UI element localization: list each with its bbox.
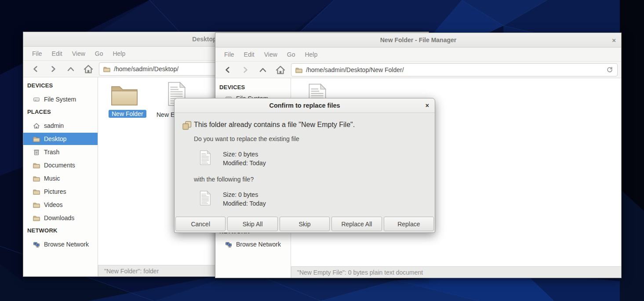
drive-icon	[33, 96, 40, 103]
sidebar-item-label: Pictures	[44, 188, 66, 195]
sidebar-item-file-system[interactable]: File System	[23, 93, 98, 105]
new-file-modified: Modified: Today	[223, 199, 266, 208]
status-text: "New Folder": folder	[104, 268, 159, 275]
dialog-prompt2: with the following file?	[194, 176, 254, 183]
menu-help[interactable]: Help	[300, 51, 322, 58]
network-icon	[33, 241, 40, 248]
folder-icon	[33, 201, 40, 208]
menu-go[interactable]: Go	[90, 50, 108, 57]
cancel-button[interactable]: Cancel	[175, 217, 226, 231]
dialog-confirm-replace: Confirm to replace files × This folder a…	[174, 98, 435, 233]
sidebar-item-label: Trash	[44, 149, 59, 156]
menu-help[interactable]: Help	[108, 50, 130, 57]
sidebar-item-documents[interactable]: Documents	[23, 159, 98, 171]
replace-all-button[interactable]: Replace All	[331, 217, 382, 231]
dialog-question: Do you want to replace the existing file	[194, 135, 299, 142]
chevron-right-icon	[50, 65, 57, 73]
forward-button[interactable]	[236, 63, 254, 76]
sidebar-item-sadmin[interactable]: sadmin	[23, 120, 98, 132]
reload-icon[interactable]	[606, 66, 613, 73]
sidebar: DEVICES File System PLACES sadmin Deskto…	[23, 77, 98, 276]
menu-view[interactable]: View	[259, 51, 282, 58]
sidebar-item-label: Videos	[44, 201, 63, 208]
chevron-up-icon	[67, 65, 75, 73]
sidebar-header-places: PLACES	[27, 107, 51, 116]
back-button[interactable]	[27, 62, 44, 76]
sidebar-header-devices: DEVICES	[27, 81, 53, 90]
menubar: File Edit View Go Help	[215, 47, 621, 62]
dialog-button-row: Cancel Skip All Skip Replace All Replace	[175, 217, 434, 231]
new-file-size: Size: 0 bytes	[223, 190, 266, 199]
sidebar-item-label: sadmin	[44, 122, 64, 129]
folder-icon	[103, 65, 110, 73]
up-button[interactable]	[254, 63, 272, 76]
folder-icon	[33, 162, 40, 169]
dialog-titlebar[interactable]: Confirm to replace files ×	[175, 98, 435, 113]
home-button[interactable]	[80, 62, 97, 76]
sidebar-item-label: Downloads	[44, 214, 74, 221]
home-icon	[33, 122, 40, 129]
chevron-left-icon	[224, 66, 231, 73]
sidebar-item-videos[interactable]: Videos	[23, 199, 98, 211]
menu-edit[interactable]: Edit	[239, 51, 259, 58]
up-button[interactable]	[62, 62, 80, 76]
menu-edit[interactable]: Edit	[47, 50, 67, 57]
status-text: "New Empty File": 0 bytes plain text doc…	[297, 269, 423, 276]
chevron-left-icon	[32, 65, 39, 73]
chevron-right-icon	[242, 66, 249, 73]
chevron-up-icon	[259, 66, 267, 73]
path-text: /home/sadmin/Desktop/New Folder/	[306, 66, 603, 73]
replace-button[interactable]: Replace	[384, 217, 434, 231]
sidebar-item-desktop[interactable]: Desktop	[23, 133, 98, 145]
skip-button[interactable]: Skip	[280, 217, 330, 231]
sidebar-item-label: Documents	[44, 162, 75, 169]
new-file-icon	[200, 191, 211, 206]
dialog-message: This folder already contains a file "New…	[194, 121, 355, 129]
existing-file-icon	[200, 150, 211, 165]
existing-file-modified: Modified: Today	[223, 159, 266, 167]
file-label-new-folder[interactable]: New Folder	[109, 110, 146, 118]
folder-icon	[295, 66, 302, 73]
skip-all-button[interactable]: Skip All	[227, 217, 277, 231]
sidebar-item-browse-network[interactable]: Browse Network	[23, 238, 98, 250]
dialog-title: Confirm to replace files	[269, 102, 340, 109]
sidebar-item-pictures[interactable]: Pictures	[23, 185, 98, 198]
menu-view[interactable]: View	[67, 50, 90, 57]
sidebar-item-label: Desktop	[44, 135, 66, 142]
home-icon	[84, 64, 93, 74]
sidebar-item-browse-network[interactable]: Browse Network	[215, 238, 291, 250]
copy-files-icon	[182, 121, 192, 131]
folder-icon	[33, 135, 40, 142]
sidebar-item-trash[interactable]: Trash	[23, 146, 98, 158]
folder-icon	[33, 188, 40, 195]
network-icon	[225, 241, 232, 248]
window-title: New Folder - File Manager	[380, 36, 456, 44]
sidebar-item-label: Browse Network	[236, 241, 281, 248]
home-button[interactable]	[272, 63, 289, 76]
sidebar-item-label: File System	[44, 96, 76, 103]
close-icon[interactable]: ×	[426, 102, 429, 109]
menu-file[interactable]: File	[27, 50, 47, 57]
menu-file[interactable]: File	[219, 51, 239, 58]
menu-go[interactable]: Go	[282, 51, 300, 58]
sidebar-header-network: NETWORK	[27, 226, 58, 235]
trash-icon	[33, 149, 40, 156]
folder-icon	[33, 175, 40, 182]
sidebar-item-downloads[interactable]: Downloads	[23, 212, 98, 224]
sidebar-item-label: Music	[44, 175, 60, 182]
sidebar-header-devices: DEVICES	[219, 83, 245, 91]
toolbar: /home/sadmin/Desktop/New Folder/	[215, 62, 621, 78]
back-button[interactable]	[219, 63, 236, 76]
sidebar-item-music[interactable]: Music	[23, 172, 98, 185]
folder-icon	[33, 214, 40, 221]
close-icon[interactable]: ×	[612, 37, 616, 44]
file-icon-new-folder[interactable]	[110, 83, 138, 106]
existing-file-info: Size: 0 bytes Modified: Today	[223, 150, 266, 167]
existing-file-size: Size: 0 bytes	[223, 150, 266, 159]
statusbar: "New Empty File": 0 bytes plain text doc…	[291, 266, 621, 278]
path-bar[interactable]: /home/sadmin/Desktop/New Folder/	[291, 63, 618, 76]
home-icon	[276, 65, 285, 75]
forward-button[interactable]	[44, 62, 62, 76]
titlebar[interactable]: New Folder - File Manager ×	[215, 33, 621, 47]
sidebar-item-label: Browse Network	[44, 241, 89, 248]
